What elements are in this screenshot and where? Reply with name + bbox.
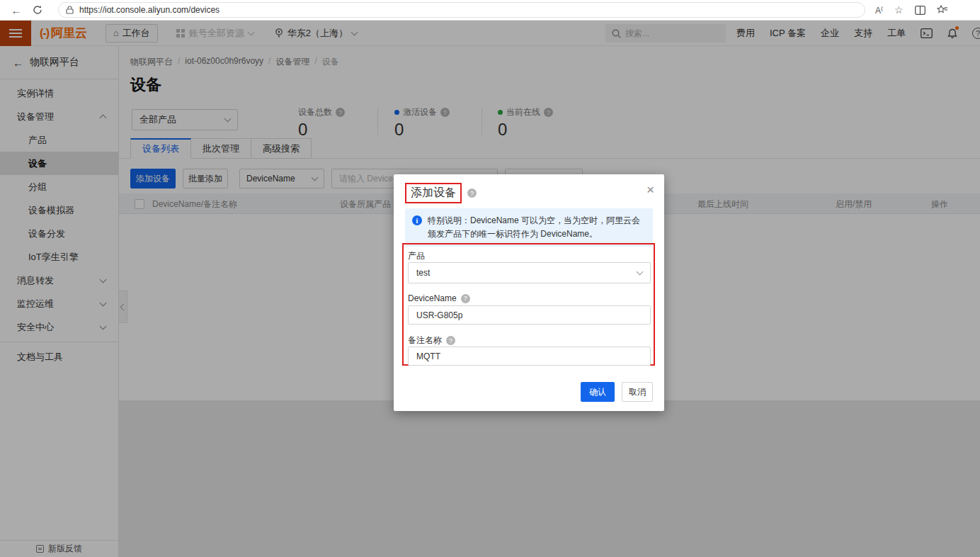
help-circle-icon[interactable]: ?: [446, 336, 455, 345]
product-select[interactable]: test: [408, 262, 651, 283]
confirm-button[interactable]: 确认: [581, 382, 615, 402]
favorites-bar-icon[interactable]: [937, 5, 948, 15]
cancel-button[interactable]: 取消: [622, 382, 653, 402]
info-text: 特别说明：DeviceName 可以为空，当为空时，阿里云会颁发产品下的唯一标识…: [428, 215, 640, 239]
devicename-input[interactable]: [408, 305, 651, 325]
read-aloud-icon[interactable]: A⦅︎: [875, 5, 883, 16]
site-lock-icon[interactable]: [66, 6, 74, 14]
remark-field-label: 备注名称 ?: [408, 334, 455, 347]
info-icon: i: [412, 215, 422, 225]
product-field-label: 产品: [408, 250, 425, 262]
console-page: (-) 阿里云 ⌂ 工作台 账号全部资源 华东2（上海） 费用 ICP 备案 企…: [0, 21, 980, 557]
split-screen-icon[interactable]: [915, 6, 925, 15]
modal-title: 添加设备: [411, 186, 456, 198]
close-icon[interactable]: ×: [646, 183, 654, 196]
help-circle-icon[interactable]: ?: [467, 189, 477, 198]
browser-refresh-icon[interactable]: [27, 5, 48, 15]
favorite-star-icon[interactable]: ☆: [894, 4, 904, 16]
chevron-down-icon: [637, 269, 644, 276]
help-circle-icon[interactable]: ?: [461, 294, 470, 303]
address-bar[interactable]: https://iot.console.aliyun.com/devices: [58, 2, 865, 18]
browser-toolbar: ← https://iot.console.aliyun.com/devices…: [0, 0, 980, 21]
product-select-value: test: [416, 268, 430, 278]
remark-input[interactable]: [408, 347, 651, 366]
browser-back-icon[interactable]: ←: [6, 4, 27, 16]
devicename-field-label: DeviceName ?: [408, 293, 470, 303]
red-annotation-box-title: 添加设备: [405, 183, 462, 203]
info-alert: i 特别说明：DeviceName 可以为空，当为空时，阿里云会颁发产品下的唯一…: [405, 208, 653, 247]
url-text: https://iot.console.aliyun.com/devices: [79, 5, 220, 15]
add-device-modal: 添加设备 ? × i 特别说明：DeviceName 可以为空，当为空时，阿里云…: [394, 174, 664, 411]
